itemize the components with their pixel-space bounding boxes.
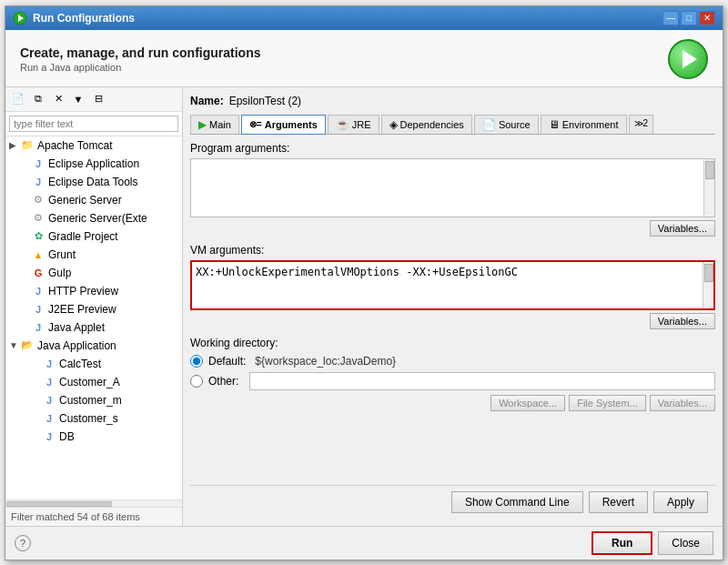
j-icon: J: [42, 375, 56, 389]
folder-icon: 📂: [20, 338, 35, 353]
tree-label: Eclipse Data Tools: [48, 176, 138, 188]
tab-environment[interactable]: 🖥 Environment: [541, 115, 627, 134]
default-radio-label: Default:: [208, 355, 246, 368]
tree-item-db[interactable]: J DB: [5, 428, 182, 446]
other-radio[interactable]: [190, 375, 203, 388]
apply-button[interactable]: Apply: [653, 491, 708, 513]
tree-item-java-application[interactable]: ▼ 📂 Java Application: [5, 337, 182, 355]
name-label: Name:: [190, 95, 224, 107]
tree-item-customer-a[interactable]: J Customer_A: [5, 373, 182, 391]
help-button[interactable]: ?: [15, 535, 31, 551]
main-content: 📄 ⧉ ✕ ▼ ⊟ ▶ 📁 Apache Tomcat J: [5, 87, 723, 526]
run-button[interactable]: Run: [592, 531, 652, 555]
tree-arrow: ▼: [9, 340, 20, 350]
run-configurations-window: Run Configurations — □ ✕ Create, manage,…: [5, 5, 723, 560]
program-args-textarea-box: [190, 158, 715, 217]
filter-input[interactable]: [9, 116, 178, 132]
title-bar-left: Run Configurations: [13, 11, 135, 25]
tab-jre[interactable]: ☕ JRE: [328, 115, 379, 134]
tree-item-gradle-project[interactable]: ✿ Gradle Project: [5, 227, 182, 246]
j-icon: J: [31, 175, 46, 189]
j-icon: J: [42, 393, 56, 408]
tree-label: Generic Server: [48, 194, 122, 207]
tree-item-java-applet[interactable]: J Java Applet: [5, 318, 182, 337]
close-button[interactable]: ✕: [699, 11, 715, 25]
bottom-buttons: Show Command Line Revert Apply: [190, 485, 715, 519]
j-icon: J: [31, 156, 46, 171]
header-title: Create, manage, and run configurations: [20, 45, 261, 60]
maximize-button[interactable]: □: [681, 11, 697, 25]
tree-item-customer-s[interactable]: J Customer_s: [5, 409, 182, 428]
sidebar-toolbar: 📄 ⧉ ✕ ▼ ⊟: [5, 87, 182, 112]
tab-dependencies[interactable]: ◈ Dependencies: [381, 115, 472, 134]
vm-args-scrollbar[interactable]: [703, 262, 713, 308]
title-bar: Run Configurations — □ ✕: [5, 6, 723, 30]
tree-label: Customer_s: [59, 412, 118, 425]
help-icon-label: ?: [20, 538, 25, 549]
run-close-buttons: Run Close: [592, 531, 713, 555]
close-dialog-button[interactable]: Close: [658, 531, 713, 555]
filter-button[interactable]: ▼: [69, 90, 87, 108]
default-radio[interactable]: [190, 355, 203, 368]
tree-label: Eclipse Application: [48, 157, 139, 170]
tab-main-label: Main: [209, 119, 231, 130]
tab-arguments[interactable]: ⊗= Arguments: [241, 115, 326, 135]
tab-source[interactable]: 📄 Source: [474, 115, 539, 134]
tab-overflow[interactable]: ≫2: [629, 115, 654, 134]
tree-item-j2ee-preview[interactable]: J J2EE Preview: [5, 300, 182, 318]
tab-dependencies-label: Dependencies: [400, 119, 464, 130]
vm-args-section: VM arguments: XX:+UnlockExperimentalVMOp…: [190, 244, 715, 329]
sidebar-scrollbar-horizontal[interactable]: [5, 499, 182, 507]
program-args-variables-button[interactable]: Variables...: [650, 220, 715, 237]
folder-icon: 📁: [20, 138, 35, 153]
window-title: Run Configurations: [33, 12, 135, 25]
revert-button[interactable]: Revert: [589, 491, 648, 513]
default-radio-row: Default: ${workspace_loc:JavaDemo}: [190, 355, 715, 368]
collapse-button[interactable]: ⊟: [89, 90, 107, 108]
gulp-icon: G: [31, 266, 46, 280]
j-icon: J: [42, 357, 56, 371]
tree-item-gulp[interactable]: G Gulp: [5, 264, 182, 282]
sidebar-footer: Filter matched 54 of 68 items: [5, 507, 182, 526]
tree-item-grunt[interactable]: ▲ Grunt: [5, 246, 182, 264]
environment-tab-icon: 🖥: [549, 118, 560, 131]
show-command-line-button[interactable]: Show Command Line: [451, 491, 583, 513]
tree-item-generic-server[interactable]: ⚙ Generic Server: [5, 191, 182, 209]
right-panel: Name: EpsilonTest (2) ▶ Main ⊗= Argument…: [183, 87, 723, 526]
workspace-button[interactable]: Workspace...: [490, 395, 565, 411]
vm-args-text[interactable]: XX:+UnlockExperimentalVMOptions -XX:+Use…: [192, 262, 713, 298]
tree-item-eclipse-data-tools[interactable]: J Eclipse Data Tools: [5, 173, 182, 191]
tree-item-eclipse-application[interactable]: J Eclipse Application: [5, 155, 182, 173]
other-dir-input[interactable]: [249, 372, 715, 390]
vm-args-label: VM arguments:: [190, 244, 715, 257]
program-args-scrollbar[interactable]: [703, 159, 714, 217]
tab-source-label: Source: [499, 119, 531, 130]
header-section: Create, manage, and run configurations R…: [5, 30, 723, 87]
dependencies-tab-icon: ◈: [389, 118, 398, 131]
tree-item-calctest[interactable]: J CalcTest: [5, 355, 182, 373]
sidebar: 📄 ⧉ ✕ ▼ ⊟ ▶ 📁 Apache Tomcat J: [5, 87, 183, 526]
header-subtitle: Run a Java application: [20, 62, 261, 73]
tree-item-customer-m[interactable]: J Customer_m: [5, 391, 182, 409]
delete-button[interactable]: ✕: [49, 90, 67, 108]
variables-dir-button[interactable]: Variables...: [650, 395, 715, 411]
tree-item-http-preview[interactable]: J HTTP Preview: [5, 282, 182, 300]
filesystem-button[interactable]: File System...: [569, 395, 646, 411]
tree-item-generic-server-exte[interactable]: ⚙ Generic Server(Exte: [5, 209, 182, 227]
program-args-textarea[interactable]: [191, 159, 703, 217]
footer-bar: ? Run Close: [5, 526, 723, 560]
sidebar-search: [5, 112, 182, 136]
main-tab-icon: ▶: [198, 118, 207, 131]
header-text: Create, manage, and run configurations R…: [20, 45, 261, 73]
vm-args-variables-button[interactable]: Variables...: [650, 313, 715, 329]
tree-item-apache-tomcat[interactable]: ▶ 📁 Apache Tomcat: [5, 136, 182, 155]
new-config-button[interactable]: 📄: [9, 90, 27, 108]
config-name-value: EpsilonTest (2): [229, 95, 301, 107]
default-radio-value: ${workspace_loc:JavaDemo}: [255, 355, 396, 368]
tab-main[interactable]: ▶ Main: [190, 115, 239, 134]
other-radio-row: Other:: [190, 372, 715, 390]
duplicate-button[interactable]: ⧉: [29, 90, 47, 108]
j-icon: J: [31, 284, 46, 298]
j-icon: J: [31, 320, 46, 335]
minimize-button[interactable]: —: [662, 11, 679, 25]
